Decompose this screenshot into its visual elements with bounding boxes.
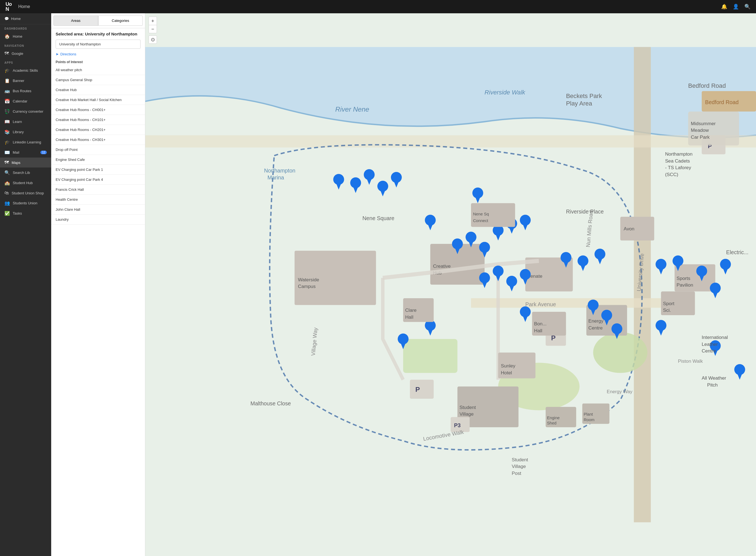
sidebar-item-home[interactable]: 🏠 Home [0, 31, 51, 41]
sidebar-item-bus-routes[interactable]: 🚌 Bus Routes [0, 86, 51, 96]
svg-text:(SCC): (SCC) [665, 172, 678, 177]
poi-item-all-weather-pitch[interactable]: All weather pitch [51, 65, 145, 75]
student-hub-icon: 🏫 [4, 180, 10, 185]
poi-item-ev-charging-4[interactable]: EV Charging point Car Park 4 [51, 175, 145, 185]
svg-text:Sport: Sport [663, 301, 674, 306]
poi-item-health-centre[interactable]: Health Centre [51, 195, 145, 205]
banner-icon: 📋 [4, 78, 10, 83]
poi-item-creative-hub-market[interactable]: Creative Hub Market Hall / Social Kitche… [51, 95, 145, 105]
svg-text:Hall: Hall [534, 328, 542, 334]
poi-item-creative-hub[interactable]: Creative Hub [51, 85, 145, 95]
tab-areas[interactable]: Areas [53, 15, 98, 26]
poi-item-campus-general-shop[interactable]: Campus General Shop [51, 75, 145, 85]
directions-icon: ➤ [55, 52, 59, 56]
tab-categories[interactable]: Categories [98, 15, 143, 26]
poi-item-francis-crick-hall[interactable]: Francis Crick Hall [51, 185, 145, 195]
directions-label: Directions [60, 52, 76, 56]
sidebar-item-tasks[interactable]: ✅ Tasks [0, 208, 51, 218]
svg-text:Leather: Leather [702, 341, 718, 347]
sidebar-item-student-hub-label: Student Hub [13, 181, 33, 185]
svg-text:Sci.: Sci. [663, 307, 671, 313]
sidebar-item-mail[interactable]: ✉️ Mail 12 [0, 147, 51, 158]
sidebar-item-academic-skills[interactable]: 🎓 Academic Skills [0, 65, 51, 76]
dashboards-section-label: DASHBOARDS [0, 24, 51, 31]
sidebar-item-search-lib[interactable]: 🔍 Search Lib [0, 168, 51, 178]
students-union-icon: 👥 [4, 201, 10, 206]
poi-item-engine-shed-cafe[interactable]: Engine Shed Cafe [51, 155, 145, 165]
page-title: Home [18, 4, 721, 9]
academic-skills-icon: 🎓 [4, 68, 10, 73]
svg-text:Shed: Shed [547, 421, 557, 425]
directions-button[interactable]: ➤ Directions [51, 51, 145, 59]
svg-text:Riverside Place: Riverside Place [566, 209, 604, 215]
poi-item-ev-charging-1[interactable]: EV Charging point Car Park 1 [51, 165, 145, 175]
selected-area-title: Selected area: University of Northampton [55, 32, 141, 36]
svg-text:Nene Sq: Nene Sq [473, 212, 489, 216]
poi-item-creative-hub-ch101[interactable]: Creative Hub Rooms - CH101+ [51, 115, 145, 125]
poi-item-creative-hub-ch001[interactable]: Creative Hub Rooms - CH001+ [51, 105, 145, 115]
feedback-icon: 💬 [4, 16, 9, 21]
svg-text:Piston Walk: Piston Walk [678, 358, 703, 364]
sidebar-item-currency-converter[interactable]: 💱 Currency converter [0, 106, 51, 116]
svg-text:Sea Cadets: Sea Cadets [665, 158, 690, 164]
sidebar-item-calendar[interactable]: 📅 Calendar [0, 96, 51, 106]
locate-button[interactable]: ⊙ [149, 35, 157, 44]
svg-text:P3: P3 [454, 422, 461, 428]
svg-text:Student: Student [512, 457, 528, 462]
svg-text:Midsummer: Midsummer [691, 121, 716, 126]
zoom-out-button[interactable]: − [149, 25, 157, 33]
sidebar-item-banner[interactable]: 📋 Banner [0, 76, 51, 86]
sidebar-item-students-union-label: Students Union [13, 201, 37, 205]
feedback-label: Home [11, 16, 21, 21]
home-icon: 🏠 [4, 34, 10, 39]
sidebar-item-student-union-shop-label: Student Union Shop [12, 191, 44, 195]
sidebar-item-google[interactable]: 🗺 Google [0, 48, 51, 59]
area-name-box[interactable]: University of Northampton [55, 40, 141, 49]
svg-text:Plant: Plant [583, 412, 593, 416]
student-union-shop-icon: 🛍 [4, 190, 9, 196]
svg-text:Northampton: Northampton [264, 168, 295, 174]
poi-item-creative-hub-ch201[interactable]: Creative Hub Rooms - CH201+ [51, 125, 145, 135]
navigation-section-label: NAVIGATION [0, 41, 51, 48]
map-area[interactable]: + − ⊙ River Nene Park Aven [145, 13, 756, 556]
user-icon[interactable]: 👤 [733, 4, 739, 10]
poi-item-drop-off-point[interactable]: Drop off Point [51, 145, 145, 155]
search-icon[interactable]: 🔍 [744, 4, 751, 10]
send-feedback-button[interactable]: 💬 Home [0, 13, 51, 24]
svg-text:Bon...: Bon... [534, 321, 546, 326]
svg-text:Bedford Road: Bedford Road [688, 82, 726, 89]
poi-item-laundry[interactable]: Laundry [51, 215, 145, 224]
svg-text:Waterside: Waterside [298, 277, 319, 282]
maps-icon: 🗺 [4, 160, 9, 165]
logo: Uo N [5, 2, 12, 12]
sidebar-item-linkedin-learning[interactable]: 🎓 Linkedin Learning [0, 137, 51, 147]
svg-text:Northampton: Northampton [665, 151, 692, 157]
linkedin-icon: 🎓 [4, 140, 10, 145]
svg-rect-26 [410, 380, 433, 399]
zoom-in-button[interactable]: + [149, 16, 157, 25]
currency-icon: 💱 [4, 109, 10, 114]
sidebar-item-maps[interactable]: 🗺 Maps [0, 158, 51, 168]
svg-rect-4 [471, 298, 688, 308]
sidebar-item-library[interactable]: 📚 Library [0, 127, 51, 137]
svg-text:Hall: Hall [405, 314, 413, 320]
svg-text:Bedford Road: Bedford Road [705, 99, 739, 105]
sidebar-item-student-union-shop[interactable]: 🛍 Student Union Shop [0, 188, 51, 198]
bus-routes-icon: 🚌 [4, 88, 10, 94]
sidebar-item-mail-label: Mail [13, 150, 20, 154]
svg-text:Electric...: Electric... [726, 249, 749, 255]
svg-text:Hotel: Hotel [501, 370, 512, 376]
sidebar-item-learn-label: Learn [13, 119, 22, 124]
sidebar-item-student-hub[interactable]: 🏫 Student Hub [0, 178, 51, 188]
sidebar-item-students-union[interactable]: 👥 Students Union [0, 198, 51, 208]
svg-text:River Nene: River Nene [335, 105, 369, 113]
map-svg: River Nene Park Avenue Waterside [145, 13, 756, 556]
google-icon: 🗺 [4, 51, 9, 56]
notification-icon[interactable]: 🔔 [721, 4, 727, 10]
sidebar-item-learn[interactable]: 📖 Learn [0, 116, 51, 127]
map-controls: + − ⊙ [149, 16, 157, 44]
poi-item-creative-hub-ch301[interactable]: Creative Hub Rooms - CH301+ [51, 135, 145, 145]
poi-item-john-clare-hall[interactable]: John Clare Hall [51, 205, 145, 215]
svg-text:P: P [415, 386, 420, 393]
svg-text:Sports: Sports [677, 276, 690, 281]
